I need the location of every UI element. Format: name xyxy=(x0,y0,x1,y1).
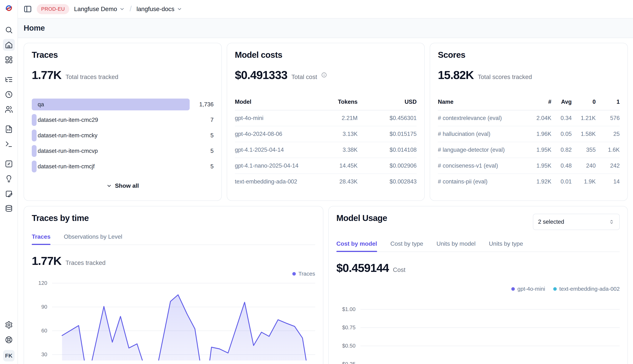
table-row: # contextrelevance (eval)2.04K0.341.21K5… xyxy=(438,110,620,126)
environment-badge[interactable]: PROD-EU xyxy=(37,4,69,14)
bottom-card-row: Traces by time TracesObservations by Lev… xyxy=(24,206,628,364)
trace-bar xyxy=(32,160,37,172)
cell-value: 3.13K xyxy=(313,131,357,137)
sidebar-nav xyxy=(3,24,15,218)
metric-value: $0.459144 xyxy=(336,261,389,274)
langfuse-logo[interactable] xyxy=(5,4,13,12)
lifebuoy-icon xyxy=(5,336,13,344)
sidebar-item-sessions[interactable] xyxy=(3,88,15,100)
card-title: Scores xyxy=(438,50,620,60)
metric-value: 1.77K xyxy=(32,68,62,82)
dashboard-content: Traces 1.77K Total traces tracked qa1,73… xyxy=(18,38,633,364)
metric-label: Total scores tracked xyxy=(478,74,532,80)
tab-cost-by-model[interactable]: Cost by model xyxy=(336,240,377,252)
tab-traces[interactable]: Traces xyxy=(32,233,51,244)
model-select-value: 2 selected xyxy=(538,218,564,225)
settings-button[interactable] xyxy=(3,319,15,331)
cell-value: 3.38K xyxy=(313,146,357,153)
cell-name: # contains-pii (eval) xyxy=(438,178,524,185)
cell-value: 0.01 xyxy=(551,178,572,185)
cell-name: # conciseness-v1 (eval) xyxy=(438,162,524,169)
dashboard-grid-icon xyxy=(5,56,13,64)
sidebar-item-playground[interactable] xyxy=(3,138,15,150)
cell-value: 1.96K xyxy=(524,131,551,137)
column-header: Avg xyxy=(551,98,572,105)
cost-table-header: ModelTokensUSD xyxy=(235,98,417,110)
cell-value: 14 xyxy=(596,178,620,185)
legend-item: gpt-4o-mini xyxy=(511,286,545,292)
sidebar-item-annotation-queues[interactable] xyxy=(3,188,15,200)
metric-value: 1.77K xyxy=(32,254,62,268)
model-usage-metric: $0.459144 Cost xyxy=(336,261,620,274)
cell-name: gpt-4o-mini xyxy=(235,115,313,122)
trace-bar-area: dataset-run-item-cmcjf xyxy=(32,160,190,172)
sidebar-item-tracing[interactable] xyxy=(3,74,15,86)
trace-bar xyxy=(32,130,37,142)
tab-cost-by-type[interactable]: Cost by type xyxy=(390,240,423,252)
project-selector[interactable]: langfuse-docs xyxy=(137,6,182,12)
y-axis-label: $0.75 xyxy=(342,324,356,330)
metric-value: 15.82K xyxy=(438,68,474,82)
chevron-down-icon xyxy=(177,6,182,12)
org-selector[interactable]: Langfuse Demo xyxy=(74,6,125,12)
sidebar-item-evaluation[interactable] xyxy=(3,158,15,170)
cell-value: 242 xyxy=(596,162,620,169)
model-select-dropdown[interactable]: 2 selected xyxy=(533,214,620,230)
sidebar-toggle-button[interactable] xyxy=(24,5,32,13)
sidebar-item-datasets[interactable] xyxy=(3,203,15,215)
sidebar-item-search[interactable] xyxy=(3,24,15,36)
column-header: Name xyxy=(438,98,524,105)
chevron-down-icon xyxy=(438,200,443,201)
sidebar-item-prompts[interactable] xyxy=(3,123,15,135)
table-row: gpt-4.1-2025-04-143.38K$0.014108 xyxy=(235,142,417,158)
cell-name: gpt-4o-2024-08-06 xyxy=(235,131,313,137)
trace-bar-area: qa xyxy=(32,98,190,110)
sidebar-item-home[interactable] xyxy=(3,39,15,51)
show-all-button[interactable]: Show all xyxy=(32,182,214,189)
sidebar-item-annotation[interactable] xyxy=(3,173,15,185)
cell-value: 0.05 xyxy=(551,131,572,137)
sidebar-item-dashboards[interactable] xyxy=(3,54,15,66)
y-axis-label: $0.25 xyxy=(342,361,356,364)
trace-bar-row: dataset-run-item-cmcjf5 xyxy=(32,160,214,172)
chevron-down-icon xyxy=(119,6,125,12)
table-row: # language-detector (eval)1.95K0.823551.… xyxy=(438,142,620,158)
table-row: # hallucination (eval)1.96K0.051.58K25 xyxy=(438,126,620,142)
cell-value: $0.015175 xyxy=(357,131,417,137)
traces-by-time-tabs: TracesObservations by Level xyxy=(32,233,315,245)
info-icon[interactable] xyxy=(321,72,327,78)
cell-value: 1.58K xyxy=(572,131,596,137)
traces-bar-list: qa1,736dataset-run-item-cmc297dataset-ru… xyxy=(32,98,214,172)
trace-bar-row: dataset-run-item-cmcvp5 xyxy=(32,145,214,157)
scores-card: Scores 15.82K Total scores tracked Name#… xyxy=(430,43,628,201)
trace-bar-count: 1,736 xyxy=(190,101,214,108)
support-button[interactable] xyxy=(3,334,15,346)
trace-bar-area: dataset-run-item-cmcky xyxy=(32,130,190,142)
show-top-20-button[interactable]: Show top 20 xyxy=(438,199,481,201)
legend-label: gpt-4o-mini xyxy=(517,286,545,292)
scores-table-header: Name#Avg01 xyxy=(438,98,620,110)
trace-bar-count: 5 xyxy=(190,163,214,170)
traces-card: Traces 1.77K Total traces tracked qa1,73… xyxy=(24,43,222,201)
card-title: Model costs xyxy=(235,50,417,60)
terminal-icon xyxy=(5,140,13,148)
cell-value: 1.95K xyxy=(524,146,551,153)
trace-bar-label: qa xyxy=(38,101,44,108)
column-header: 1 xyxy=(596,98,620,105)
org-name: Langfuse Demo xyxy=(74,6,117,12)
sidebar-item-users[interactable] xyxy=(3,104,15,115)
page-title: Home xyxy=(24,24,45,32)
gridline xyxy=(360,309,620,310)
column-header: # xyxy=(524,98,551,105)
square-percent-icon xyxy=(5,160,13,168)
user-avatar[interactable]: FK xyxy=(3,350,15,362)
tab-units-by-type[interactable]: Units by type xyxy=(489,240,523,252)
y-axis-labels: 120906030 xyxy=(32,279,47,360)
trace-bar-row: dataset-run-item-cmcky5 xyxy=(32,130,214,142)
cell-value: 576 xyxy=(596,115,620,122)
topbar: PROD-EU Langfuse Demo / langfuse-docs xyxy=(18,0,633,18)
tab-observations-by-level[interactable]: Observations by Level xyxy=(64,233,122,244)
tab-units-by-model[interactable]: Units by model xyxy=(436,240,476,252)
y-axis-labels: $1.00$0.75$0.50$0.25 xyxy=(336,294,356,364)
cell-name: text-embedding-ada-002 xyxy=(235,178,313,185)
